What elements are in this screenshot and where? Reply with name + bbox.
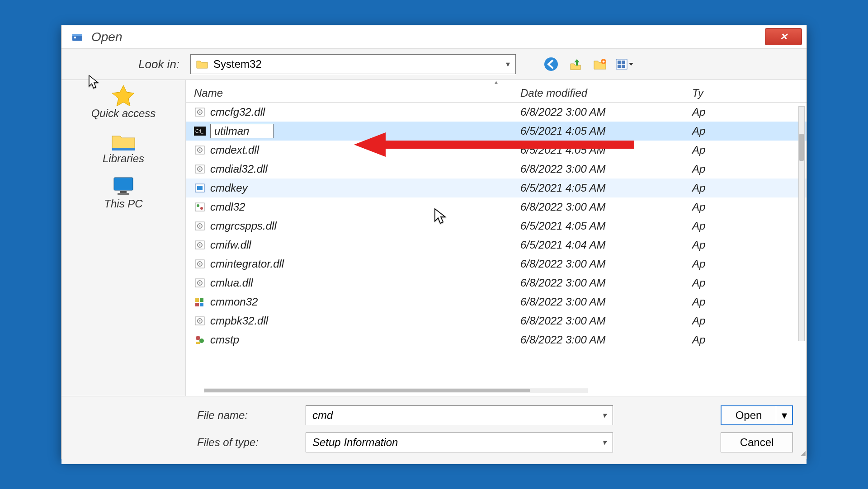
file-row[interactable]: cmlua.dll6/8/2022 3:00 AMAp (186, 273, 807, 292)
file-date: 6/8/2022 3:00 AM (520, 334, 692, 346)
net-icon (194, 201, 206, 213)
file-type-dropdown[interactable]: Setup Information ▾ (306, 433, 613, 452)
svg-rect-13 (120, 191, 127, 193)
lookin-dropdown[interactable]: System32 ▾ (190, 54, 516, 74)
svg-point-29 (197, 204, 199, 207)
resize-grip-icon[interactable]: ◢ (801, 449, 804, 456)
titlebar[interactable]: Open ✕ (61, 25, 807, 49)
place-libraries[interactable]: Libraries (103, 130, 144, 165)
file-row[interactable]: C:\_utilman6/5/2021 4:05 AMAp (186, 122, 807, 141)
svg-point-49 (199, 320, 201, 322)
cmd-icon: C:\_ (194, 125, 206, 137)
nav-up-button[interactable] (566, 55, 585, 73)
gear-icon (194, 106, 206, 118)
file-name: cmdial32.dll (210, 163, 268, 175)
chevron-down-icon: ▾ (506, 59, 510, 69)
place-label: This PC (104, 197, 142, 210)
file-type-value: Setup Information (312, 436, 398, 449)
cancel-button[interactable]: Cancel (721, 433, 793, 452)
file-type: Ap (692, 144, 807, 156)
file-date: 6/8/2022 3:00 AM (520, 106, 692, 118)
file-row[interactable]: cmifw.dll6/5/2021 4:04 AMAp (186, 235, 807, 254)
file-row[interactable]: cmintegrator.dll6/8/2022 3:00 AMAp (186, 254, 807, 273)
file-date: 6/8/2022 3:00 AM (520, 315, 692, 327)
open-file-dialog: Open ✕ Look in: System32 ▾ ✦ (61, 25, 807, 459)
gear-icon (194, 163, 206, 175)
folder-icon (196, 59, 208, 69)
file-name: cmdkey (210, 182, 248, 194)
file-type: Ap (692, 296, 807, 308)
file-date: 6/8/2022 3:00 AM (520, 296, 692, 308)
mix-icon (194, 296, 206, 308)
place-this-pc[interactable]: This PC (104, 175, 142, 210)
svg-point-17 (199, 112, 201, 113)
file-type: Ap (692, 125, 807, 137)
svg-rect-12 (114, 178, 133, 190)
svg-point-3 (544, 57, 558, 71)
gear-icon (194, 144, 206, 156)
file-date: 6/8/2022 3:00 AM (520, 201, 692, 213)
place-quick-access[interactable]: Quick access (91, 85, 156, 120)
monitor-icon (110, 175, 137, 197)
dialog-title: Open (91, 30, 123, 44)
file-name: cmmon32 (210, 296, 258, 308)
svg-point-51 (199, 339, 204, 343)
file-name: cmstp (210, 334, 239, 346)
svg-text:C:\_: C:\_ (195, 129, 203, 134)
svg-point-42 (199, 282, 201, 284)
open-button-dropdown[interactable]: ▾ (776, 406, 792, 424)
toolbar: Look in: System32 ▾ ✦ (61, 49, 807, 80)
file-row[interactable]: cmgrcspps.dll6/5/2021 4:05 AMAp (186, 216, 807, 235)
new-folder-button[interactable]: ✦ (591, 55, 609, 73)
list-header[interactable]: Name Date modified Ty (186, 84, 807, 103)
file-type: Ap (692, 220, 807, 232)
file-name-value: cmd (312, 409, 333, 422)
sort-indicator-icon: ▴ (186, 80, 807, 84)
file-row[interactable]: cmdkey6/5/2021 4:05 AMAp (186, 179, 807, 197)
file-row[interactable]: cmcfg32.dll6/8/2022 3:00 AMAp (186, 103, 807, 122)
svg-point-22 (199, 150, 201, 151)
close-button[interactable]: ✕ (765, 28, 802, 45)
svg-point-25 (199, 169, 201, 170)
file-type: Ap (692, 182, 807, 194)
file-date: 6/5/2021 4:05 AM (520, 182, 692, 194)
file-rows[interactable]: cmcfg32.dll6/8/2022 3:00 AMApC:\_utilman… (186, 103, 807, 365)
rename-input[interactable]: utilman (210, 124, 274, 138)
horizontal-scrollbar[interactable] (204, 388, 588, 393)
file-type: Ap (692, 163, 807, 175)
open-button[interactable]: Open ▾ (721, 405, 793, 425)
svg-rect-28 (195, 203, 204, 211)
svg-rect-10 (622, 65, 625, 68)
gear-icon (194, 220, 206, 232)
vertical-scrollbar[interactable] (798, 106, 805, 341)
svg-rect-43 (195, 298, 199, 302)
file-row[interactable]: cmdial32.dll6/8/2022 3:00 AMAp (186, 160, 807, 179)
file-type: Ap (692, 277, 807, 289)
lookin-label: Look in: (138, 57, 179, 71)
chevron-down-icon: ▾ (602, 437, 606, 447)
svg-rect-9 (618, 65, 621, 68)
svg-rect-11 (112, 148, 135, 150)
file-date: 6/5/2021 4:05 AM (520, 220, 692, 232)
file-name: cmpbk32.dll (210, 315, 268, 327)
star-icon (110, 85, 137, 107)
file-name-input[interactable]: cmd ▾ (306, 405, 613, 425)
file-row[interactable]: cmmon326/8/2022 3:00 AMAp (186, 292, 807, 311)
file-row[interactable]: cmdl326/8/2022 3:00 AMAp (186, 197, 807, 216)
body-area: Quick access Libraries This PC ▴ Name Da… (61, 80, 807, 396)
file-row[interactable]: cmdext.dll6/5/2021 4:05 AMAp (186, 141, 807, 160)
app-icon (194, 182, 206, 194)
column-header-type[interactable]: Ty (692, 87, 807, 99)
file-row[interactable]: cmstp6/8/2022 3:00 AMAp (186, 330, 807, 349)
svg-point-33 (199, 226, 201, 227)
file-type-label: Files of type: (197, 436, 297, 449)
column-header-date[interactable]: Date modified (520, 87, 692, 99)
file-type: Ap (692, 315, 807, 327)
file-type: Ap (692, 106, 807, 118)
column-header-name[interactable]: Name (186, 87, 520, 99)
file-date: 6/5/2021 4:04 AM (520, 239, 692, 251)
nav-back-button[interactable] (542, 55, 560, 73)
app-icon (71, 30, 84, 44)
view-menu-button[interactable] (615, 55, 633, 73)
file-row[interactable]: cmpbk32.dll6/8/2022 3:00 AMAp (186, 311, 807, 330)
